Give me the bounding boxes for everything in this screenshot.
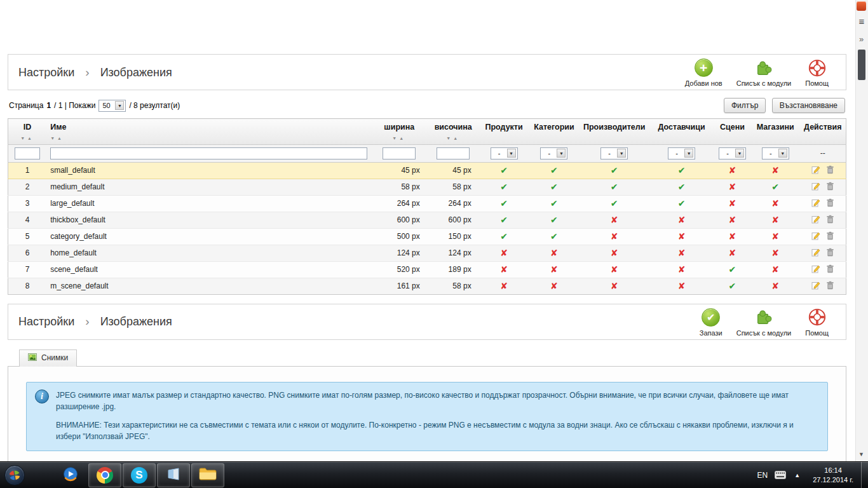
edit-icon[interactable]: [811, 281, 820, 292]
edit-icon[interactable]: [811, 182, 820, 193]
column-header-id[interactable]: ID ▼▲: [8, 119, 47, 145]
tab-images[interactable]: Снимки: [19, 349, 77, 367]
sort-asc-icon[interactable]: ▲: [399, 136, 403, 140]
filter-products-select[interactable]: -▼: [491, 147, 518, 159]
taskbar-explorer-button[interactable]: [191, 463, 224, 487]
scroll-down-icon[interactable]: ▼: [857, 451, 865, 458]
delete-icon[interactable]: [826, 231, 834, 242]
page-size-select[interactable]: 50 ▼: [98, 100, 126, 112]
filter-height-input[interactable]: [437, 147, 470, 159]
column-header-name[interactable]: Име ▼▲: [46, 119, 371, 145]
filter-manufacturers-select[interactable]: -▼: [600, 147, 628, 159]
table-row[interactable]: 7 scene_default 520 px 189 px ✘ ✘ ✘ ✘ ✔ …: [8, 261, 846, 278]
table-row[interactable]: 3 large_default 264 px 264 px ✔ ✔ ✔ ✔ ✘ …: [8, 195, 846, 212]
edit-icon[interactable]: [811, 215, 820, 226]
sort-asc-icon[interactable]: ▲: [57, 136, 62, 140]
cell-categories-flag: ✔: [529, 228, 580, 245]
sort-desc-icon[interactable]: ▼: [50, 136, 55, 140]
edit-icon[interactable]: [811, 231, 820, 242]
taskbar-app-button[interactable]: [157, 463, 190, 487]
language-indicator[interactable]: EN: [754, 471, 772, 480]
delete-icon[interactable]: [826, 248, 834, 259]
help-button[interactable]: Помощ: [798, 307, 836, 337]
edit-icon[interactable]: [811, 248, 820, 259]
save-label: Запази: [700, 329, 722, 337]
scrollbar-thumb[interactable]: [858, 50, 865, 80]
folder-icon: [199, 467, 217, 483]
delete-icon[interactable]: [826, 281, 834, 292]
cell-shops-flag: ✘: [751, 261, 800, 278]
filter-scenes-select[interactable]: -▼: [719, 147, 746, 159]
delete-icon[interactable]: [826, 182, 834, 193]
keyboard-icon[interactable]: [771, 471, 789, 479]
cell-suppliers-flag: ✘: [649, 261, 714, 278]
check-icon: ✔: [611, 165, 618, 175]
cell-products-flag: ✔: [479, 212, 529, 228]
delete-icon[interactable]: [826, 264, 834, 275]
table-row[interactable]: 2 medium_default 58 px 58 px ✔ ✔ ✔ ✔ ✘ ✔: [8, 179, 846, 195]
filter-shops-select[interactable]: -▼: [762, 147, 789, 159]
cell-manufacturers-flag: ✔: [579, 162, 649, 179]
sort-asc-icon[interactable]: ▲: [453, 136, 458, 140]
table-row[interactable]: 1 small_default 45 px 45 px ✔ ✔ ✔ ✔ ✘ ✘: [8, 162, 846, 179]
chrome-icon: [97, 467, 113, 484]
delete-icon[interactable]: [826, 198, 834, 209]
taskbar-clock[interactable]: 16:14 27.12.2014 г.: [805, 466, 861, 485]
sort-desc-icon[interactable]: ▼: [446, 136, 451, 140]
modules-list-button[interactable]: Списък с модули: [729, 57, 799, 87]
hidden-icons-caret[interactable]: ▲: [789, 472, 805, 478]
toolbar-buttons: Филтър Възстановяване: [724, 98, 845, 113]
cross-icon: ✘: [771, 264, 779, 274]
taskbar-skype-button[interactable]: S: [123, 463, 156, 487]
breadcrumb-settings[interactable]: Настройки: [18, 315, 74, 328]
cell-width: 600 px: [371, 212, 428, 228]
cell-products-flag: ✔: [479, 179, 529, 195]
edit-icon[interactable]: [811, 165, 820, 176]
check-icon: ✔: [500, 215, 508, 225]
sort-desc-icon[interactable]: ▼: [392, 136, 397, 140]
delete-icon[interactable]: [826, 165, 834, 176]
sort-desc-icon[interactable]: ▼: [20, 136, 25, 140]
sort-asc-icon[interactable]: ▲: [27, 136, 32, 140]
filter-width-input[interactable]: [383, 147, 416, 159]
breadcrumb-settings[interactable]: Настройки: [18, 66, 74, 79]
table-row[interactable]: 4 thickbox_default 600 px 600 px ✔ ✔ ✘ ✘…: [8, 212, 846, 228]
filter-suppliers-select[interactable]: -▼: [668, 147, 695, 159]
reset-button[interactable]: Възстановяване: [772, 98, 845, 113]
table-row[interactable]: 5 category_default 500 px 150 px ✔ ✔ ✘ ✘…: [8, 228, 846, 245]
taskbar-chrome-button[interactable]: [88, 463, 121, 487]
taskbar-media-player-button[interactable]: [54, 463, 87, 487]
edit-icon[interactable]: [811, 264, 820, 275]
filter-categories-select[interactable]: -▼: [540, 147, 567, 159]
edit-icon[interactable]: [811, 198, 820, 209]
save-button[interactable]: ✔ Запази: [693, 307, 729, 337]
table-row[interactable]: 8 m_scene_default 161 px 58 px ✘ ✘ ✘ ✘ ✔…: [8, 278, 846, 294]
add-new-button[interactable]: + Добави нов: [678, 57, 729, 87]
browser-notification-icon[interactable]: [857, 1, 866, 11]
help-button[interactable]: Помощ: [798, 57, 836, 87]
start-button[interactable]: [2, 463, 27, 488]
overflow-chevron-icon[interactable]: »: [857, 34, 866, 44]
show-desktop-button[interactable]: [861, 462, 868, 488]
filter-id-input[interactable]: [15, 147, 40, 159]
cell-width: 520 px: [371, 261, 428, 278]
check-icon: ✔: [678, 198, 686, 208]
cross-icon: ✘: [729, 248, 736, 258]
menu-icon[interactable]: ≡: [857, 17, 867, 26]
modules-list-button[interactable]: Списък с модули: [729, 307, 799, 337]
cell-manufacturers-flag: ✔: [579, 195, 649, 212]
table-row[interactable]: 6 home_default 124 px 124 px ✘ ✘ ✘ ✘ ✘ ✘: [8, 245, 846, 261]
column-header-height[interactable]: височина ▼▲: [428, 119, 479, 145]
results-count: / 8 резултат(и): [129, 101, 180, 110]
delete-icon[interactable]: [826, 215, 834, 226]
cell-shops-flag: ✘: [751, 278, 800, 294]
cell-categories-flag: ✘: [529, 245, 580, 261]
column-header-width[interactable]: ширина ▼▲: [371, 119, 428, 145]
save-icon: ✔: [702, 307, 720, 328]
cell-shops-flag: ✔: [751, 179, 800, 195]
filter-button[interactable]: Филтър: [724, 98, 766, 113]
info-icon: i: [35, 390, 49, 403]
cell-shops-flag: ✘: [751, 228, 800, 245]
cell-scenes-flag: ✘: [714, 179, 751, 195]
filter-name-input[interactable]: [50, 147, 367, 159]
